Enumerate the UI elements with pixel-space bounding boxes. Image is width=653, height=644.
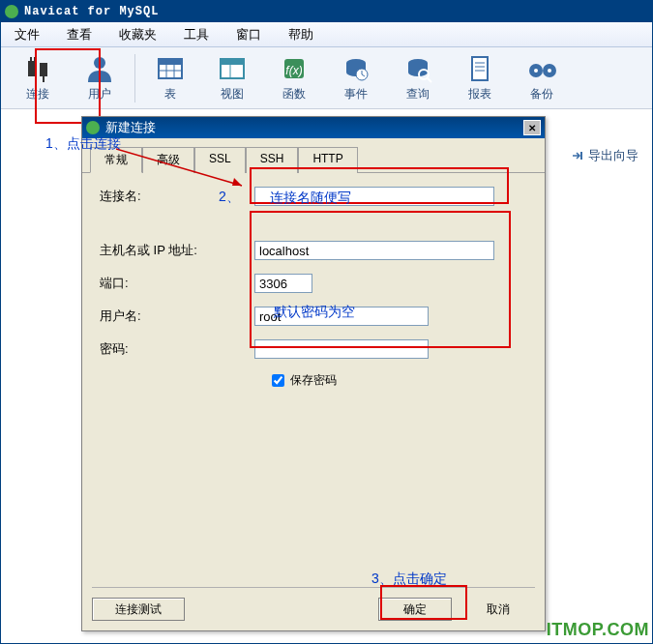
toolbar-event-label: 事件 — [344, 86, 368, 102]
svg-rect-0 — [28, 61, 36, 76]
toolbar-query-label: 查询 — [406, 86, 430, 102]
menu-help[interactable]: 帮助 — [275, 22, 327, 47]
toolbar-report-button[interactable]: 报表 — [449, 49, 511, 107]
app-icon — [5, 5, 18, 18]
toolbar-connect-button[interactable]: 连接 — [7, 49, 69, 107]
svg-point-4 — [94, 57, 105, 69]
svg-point-29 — [548, 69, 551, 73]
menu-favorites[interactable]: 收藏夹 — [105, 22, 170, 47]
menu-file[interactable]: 文件 — [1, 22, 53, 47]
label-host: 主机名或 IP 地址: — [100, 242, 254, 259]
toolbar-connect-label: 连接 — [26, 86, 49, 102]
toolbar-event-button[interactable]: 事件 — [325, 49, 387, 107]
svg-rect-6 — [159, 59, 182, 65]
toolbar-separator — [134, 54, 135, 102]
query-icon — [402, 53, 433, 84]
window-title: Navicat for MySQL — [24, 5, 159, 18]
dialog-form: 连接名: 主机名或 IP 地址: 端口: 用户名: 密码: 保存密码 — [82, 173, 545, 402]
toolbar-report-label: 报表 — [468, 86, 491, 102]
annotation-step4: 3、点击确定 — [371, 571, 447, 588]
password-input[interactable] — [254, 339, 429, 359]
toolbar: 连接 用户 表 视图 — [1, 47, 652, 109]
svg-rect-22 — [472, 57, 488, 80]
svg-rect-2 — [30, 57, 32, 61]
annotation-step2-text: 连接名随便写 — [270, 190, 351, 207]
menu-window[interactable]: 窗口 — [223, 22, 275, 47]
toolbar-function-label: 函数 — [282, 86, 306, 102]
cancel-button[interactable]: 取消 — [461, 598, 535, 621]
function-icon: f(x) — [279, 53, 310, 84]
annotation-step1: 1、点击连接 — [45, 135, 121, 153]
label-user: 用户名: — [100, 307, 254, 325]
save-password-checkbox[interactable] — [272, 374, 284, 387]
toolbar-view-label: 视图 — [221, 86, 244, 102]
toolbar-table-label: 表 — [164, 86, 176, 102]
save-password-label: 保存密码 — [290, 372, 337, 389]
svg-rect-30 — [580, 152, 582, 160]
tab-http[interactable]: HTTP — [298, 147, 357, 173]
table-icon — [155, 53, 186, 84]
menu-view[interactable]: 查看 — [53, 22, 105, 47]
close-button[interactable]: ✕ — [523, 120, 541, 135]
backup-icon — [526, 53, 557, 84]
user-icon — [84, 53, 115, 84]
toolbar-users-button[interactable]: 用户 — [69, 49, 131, 107]
dialog-tabs: 常规 高级 SSL SSH HTTP — [82, 138, 545, 173]
tab-ssl[interactable]: SSL — [194, 147, 246, 173]
label-pass: 密码: — [100, 340, 254, 358]
annotation-step2-num: 2、 — [219, 189, 240, 206]
menubar: 文件 查看 收藏夹 工具 窗口 帮助 — [1, 22, 652, 47]
svg-rect-3 — [34, 57, 36, 61]
dialog-icon — [86, 121, 100, 134]
export-icon — [571, 149, 584, 162]
ok-button[interactable]: 确定 — [378, 598, 452, 621]
toolbar-query-button[interactable]: 查询 — [387, 49, 449, 107]
watermark: ITMOP.COM — [547, 620, 649, 640]
svg-rect-1 — [40, 63, 47, 76]
report-icon — [464, 53, 495, 84]
toolbar-view-button[interactable]: 视图 — [201, 49, 263, 107]
test-connection-button[interactable]: 连接测试 — [92, 598, 185, 621]
tab-advanced[interactable]: 高级 — [142, 147, 194, 173]
svg-point-27 — [534, 69, 538, 73]
dialog-title: 新建连接 — [105, 119, 523, 136]
tab-ssh[interactable]: SSH — [246, 147, 299, 173]
sidebar-export-wizard[interactable]: 导出向导 — [571, 147, 638, 164]
label-port: 端口: — [100, 275, 254, 292]
dialog-button-row: 连接测试 确定 取消 — [92, 587, 535, 621]
svg-rect-11 — [221, 59, 244, 65]
svg-text:f(x): f(x) — [285, 64, 302, 77]
toolbar-backup-button[interactable]: 备份 — [511, 49, 573, 107]
dialog-titlebar: 新建连接 ✕ — [82, 117, 545, 138]
annotation-step3-text: 默认密码为空 — [274, 304, 355, 321]
menu-tools[interactable]: 工具 — [170, 22, 223, 47]
svg-line-21 — [428, 78, 431, 82]
plug-icon — [22, 53, 53, 84]
toolbar-backup-label: 备份 — [530, 86, 553, 102]
toolbar-function-button[interactable]: f(x) 函数 — [263, 49, 325, 107]
port-input[interactable] — [254, 274, 312, 293]
event-icon — [341, 53, 371, 84]
toolbar-users-label: 用户 — [88, 86, 111, 102]
toolbar-table-button[interactable]: 表 — [139, 49, 201, 107]
view-icon — [217, 53, 248, 84]
window-titlebar: Navicat for MySQL — [1, 1, 652, 22]
host-input[interactable] — [254, 241, 494, 260]
